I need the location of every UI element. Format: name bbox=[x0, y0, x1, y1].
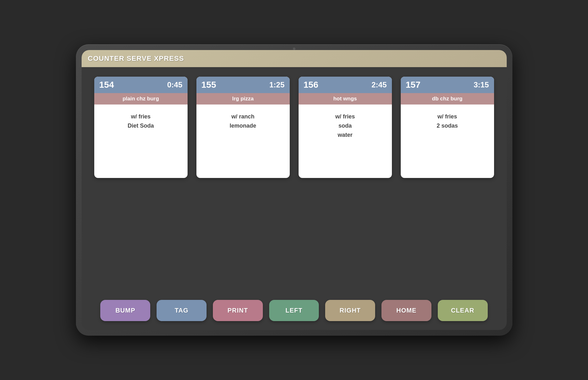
buttons-area: BUMPTAGPRINTLEFTRIGHTHOMECLEAR bbox=[82, 295, 507, 330]
order-time: 2:45 bbox=[371, 80, 387, 89]
order-card-157[interactable]: 157 3:15 db chz burg w/ fries2 sodas bbox=[401, 77, 494, 178]
order-header: 156 2:45 bbox=[299, 77, 392, 93]
tablet-screen: COUNTER SERVE XPRESS 154 0:45 plain chz … bbox=[82, 50, 507, 330]
clear-button[interactable]: CLEAR bbox=[438, 300, 488, 321]
home-button[interactable]: HOME bbox=[381, 300, 431, 321]
order-header: 157 3:15 bbox=[401, 77, 494, 93]
order-number: 156 bbox=[304, 80, 319, 90]
order-number: 154 bbox=[99, 80, 114, 90]
order-card-body: w/ ranchlemonade bbox=[196, 104, 290, 138]
order-item-tag: lrg pizza bbox=[196, 93, 290, 104]
order-details: w/ ranchlemonade bbox=[201, 112, 285, 130]
print-button[interactable]: PRINT bbox=[213, 300, 263, 321]
tablet-device: COUNTER SERVE XPRESS 154 0:45 plain chz … bbox=[76, 44, 512, 336]
order-card-body: w/ friessodawater bbox=[299, 104, 392, 147]
order-number: 157 bbox=[406, 80, 421, 90]
order-item-tag: hot wngs bbox=[299, 93, 392, 104]
order-item-name: lrg pizza bbox=[232, 96, 254, 102]
order-card-body: w/ fries2 sodas bbox=[401, 104, 494, 138]
right-button[interactable]: RIGHT bbox=[325, 300, 375, 321]
order-details: w/ friessodawater bbox=[304, 112, 387, 139]
order-item-name: hot wngs bbox=[333, 96, 357, 102]
camera bbox=[293, 48, 295, 50]
header-bar: COUNTER SERVE XPRESS bbox=[82, 50, 507, 67]
order-header: 155 1:25 bbox=[196, 77, 290, 93]
order-number: 155 bbox=[201, 80, 216, 90]
order-item-tag: db chz burg bbox=[401, 93, 494, 104]
order-card-body: w/ friesDiet Soda bbox=[94, 104, 188, 138]
order-card-155[interactable]: 155 1:25 lrg pizza w/ ranchlemonade bbox=[196, 77, 290, 178]
orders-area: 154 0:45 plain chz burg w/ friesDiet Sod… bbox=[82, 67, 507, 295]
order-card-154[interactable]: 154 0:45 plain chz burg w/ friesDiet Sod… bbox=[94, 77, 188, 178]
order-details: w/ fries2 sodas bbox=[406, 112, 489, 130]
order-details: w/ friesDiet Soda bbox=[99, 112, 183, 130]
order-time: 3:15 bbox=[473, 80, 489, 89]
order-time: 0:45 bbox=[167, 80, 182, 89]
bump-button[interactable]: BUMP bbox=[100, 300, 150, 321]
order-header: 154 0:45 bbox=[94, 77, 188, 93]
tag-button[interactable]: TAG bbox=[157, 300, 207, 321]
order-item-name: db chz burg bbox=[432, 96, 462, 102]
order-card-156[interactable]: 156 2:45 hot wngs w/ friessodawater bbox=[299, 77, 392, 178]
order-time: 1:25 bbox=[269, 80, 284, 89]
app-title: COUNTER SERVE XPRESS bbox=[88, 54, 184, 62]
order-item-tag: plain chz burg bbox=[94, 93, 188, 104]
left-button[interactable]: LEFT bbox=[269, 300, 319, 321]
order-item-name: plain chz burg bbox=[122, 96, 159, 102]
